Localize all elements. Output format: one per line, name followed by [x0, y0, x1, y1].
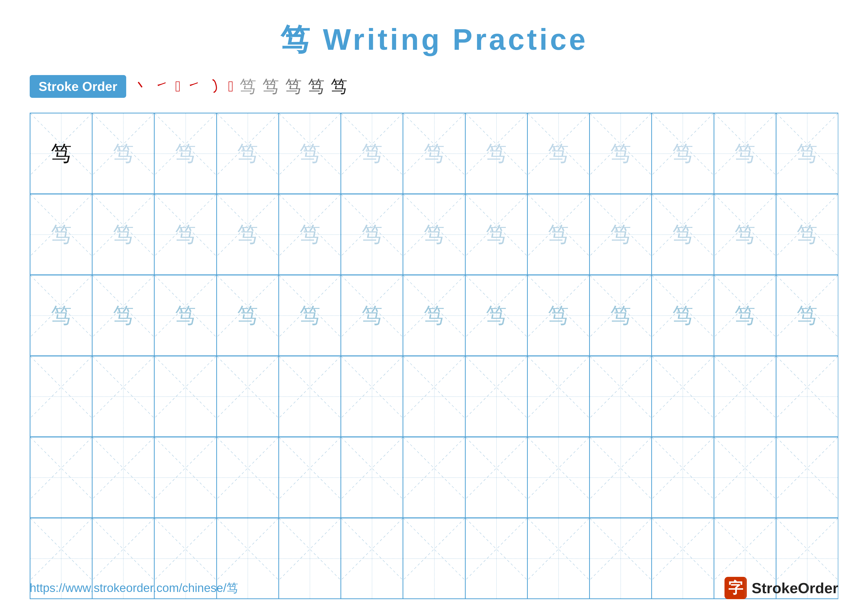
grid-cell-1-5: 笃 — [279, 113, 341, 194]
grid-row-1: 笃 笃 笃 笃 笃 — [30, 113, 838, 194]
grid-cell-4-1[interactable] — [30, 356, 92, 437]
char-fade: 笃 — [113, 143, 134, 164]
grid-cell-2-3: 笃 — [154, 194, 217, 275]
grid-cell-2-2: 笃 — [92, 194, 154, 275]
stroke-steps: 丶 ㇀ 𠃌 ㇀ ㇁ 𠃌 笃 笃 笃 笃 笃 — [133, 75, 347, 98]
grid-cell-4-2[interactable] — [92, 356, 154, 437]
grid-cell-2-7: 笃 — [403, 194, 465, 275]
stroke-step-11: 笃 — [330, 75, 347, 98]
brand-name: StrokeOrder — [752, 580, 838, 597]
stroke-step-10: 笃 — [308, 75, 325, 98]
grid-cell-1-10: 笃 — [590, 113, 652, 194]
stroke-step-9: 笃 — [285, 75, 302, 98]
grid-cell-5-12[interactable] — [714, 437, 776, 518]
grid-cell-3-10: 笃 — [590, 275, 652, 356]
grid-cell-2-12: 笃 — [714, 194, 776, 275]
brand-icon: 字 — [724, 577, 747, 599]
stroke-step-7: 笃 — [240, 75, 256, 98]
grid-row-4 — [30, 356, 838, 437]
stroke-step-4: ㇀ — [186, 76, 202, 96]
grid-cell-3-3: 笃 — [154, 275, 217, 356]
grid-cell-2-1: 笃 — [30, 194, 92, 275]
grid-cell-5-9[interactable] — [527, 437, 590, 518]
grid-cell-2-6: 笃 — [341, 194, 403, 275]
grid-cell-2-13: 笃 — [776, 194, 838, 275]
grid-cell-3-1: 笃 — [30, 275, 92, 356]
grid-cell-4-10[interactable] — [590, 356, 652, 437]
grid-cell-3-9: 笃 — [527, 275, 590, 356]
stroke-step-1: 丶 — [133, 76, 149, 96]
grid-cell-1-8: 笃 — [465, 113, 527, 194]
grid-cell-4-12[interactable] — [714, 356, 776, 437]
grid-row-3: 笃 笃 笃 笃 笃 — [30, 275, 838, 356]
grid-cell-1-11: 笃 — [652, 113, 714, 194]
grid-cell-4-4[interactable] — [217, 356, 279, 437]
grid-cell-1-13: 笃 — [776, 113, 838, 194]
grid-cell-5-10[interactable] — [590, 437, 652, 518]
grid-cell-1-1: 笃 — [30, 113, 92, 194]
grid-cell-1-6: 笃 — [341, 113, 403, 194]
grid-cell-5-4[interactable] — [217, 437, 279, 518]
stroke-step-2: ㇀ — [154, 76, 169, 96]
grid-cell-4-5[interactable] — [279, 356, 341, 437]
grid-cell-4-7[interactable] — [403, 356, 465, 437]
grid-cell-5-1[interactable] — [30, 437, 92, 518]
grid-cell-4-3[interactable] — [154, 356, 217, 437]
stroke-order-badge: Stroke Order — [30, 75, 126, 98]
grid-cell-5-11[interactable] — [652, 437, 714, 518]
grid-cell-1-4: 笃 — [217, 113, 279, 194]
page-title: 笃 Writing Practice — [280, 20, 588, 60]
grid-cell-2-11: 笃 — [652, 194, 714, 275]
grid-cell-3-4: 笃 — [217, 275, 279, 356]
grid-cell-5-5[interactable] — [279, 437, 341, 518]
grid-cell-4-6[interactable] — [341, 356, 403, 437]
stroke-step-8: 笃 — [262, 75, 279, 98]
stroke-step-5: ㇁ — [207, 76, 222, 96]
grid-cell-3-13: 笃 — [776, 275, 838, 356]
grid-cell-5-2[interactable] — [92, 437, 154, 518]
footer-brand: 字 StrokeOrder — [724, 577, 838, 599]
grid-cell-3-5: 笃 — [279, 275, 341, 356]
grid-row-5 — [30, 437, 838, 518]
grid-cell-1-7: 笃 — [403, 113, 465, 194]
grid-row-2: 笃 笃 笃 笃 笃 — [30, 194, 838, 275]
grid-cell-2-9: 笃 — [527, 194, 590, 275]
grid-cell-1-3: 笃 — [154, 113, 217, 194]
grid-cell-1-9: 笃 — [527, 113, 590, 194]
grid-cell-5-8[interactable] — [465, 437, 527, 518]
grid-cell-1-2: 笃 — [92, 113, 154, 194]
grid-cell-5-6[interactable] — [341, 437, 403, 518]
grid-cell-2-10: 笃 — [590, 194, 652, 275]
grid-cell-3-7: 笃 — [403, 275, 465, 356]
grid-cell-4-13[interactable] — [776, 356, 838, 437]
grid-cell-3-12: 笃 — [714, 275, 776, 356]
grid-cell-3-11: 笃 — [652, 275, 714, 356]
page-content: 笃 Writing Practice Stroke Order 丶 ㇀ 𠃌 ㇀ … — [0, 0, 868, 614]
grid-cell-5-7[interactable] — [403, 437, 465, 518]
grid-cell-1-12: 笃 — [714, 113, 776, 194]
practice-grid: 笃 笃 笃 笃 笃 — [30, 113, 838, 599]
grid-cell-5-3[interactable] — [154, 437, 217, 518]
stroke-step-3: 𠃌 — [175, 78, 181, 95]
brand-char: 字 — [728, 578, 743, 598]
grid-cell-3-6: 笃 — [341, 275, 403, 356]
grid-cell-2-5: 笃 — [279, 194, 341, 275]
grid-cell-4-9[interactable] — [527, 356, 590, 437]
grid-cell-2-4: 笃 — [217, 194, 279, 275]
char-solid: 笃 — [51, 143, 72, 164]
grid-cell-5-13[interactable] — [776, 437, 838, 518]
grid-cell-3-8: 笃 — [465, 275, 527, 356]
grid-cell-2-8: 笃 — [465, 194, 527, 275]
grid-cell-3-2: 笃 — [92, 275, 154, 356]
stroke-step-6: 𠃌 — [228, 78, 234, 95]
stroke-order-row: Stroke Order 丶 ㇀ 𠃌 ㇀ ㇁ 𠃌 笃 笃 笃 笃 笃 — [30, 75, 838, 98]
grid-cell-4-8[interactable] — [465, 356, 527, 437]
grid-cell-4-11[interactable] — [652, 356, 714, 437]
